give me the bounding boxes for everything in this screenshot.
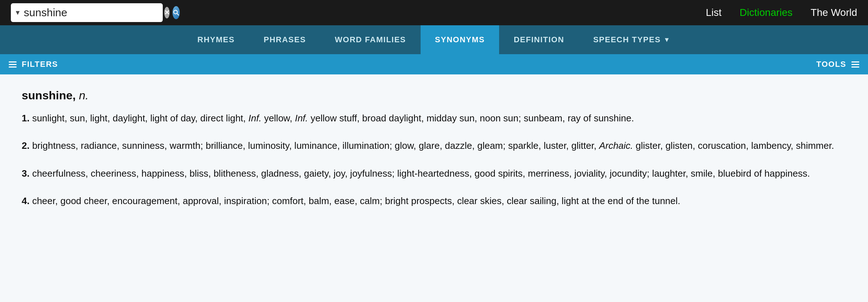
synonym-entry-2: 2. brightness, radiance, sunniness, warm… — [22, 138, 846, 153]
filters-hamburger-icon[interactable] — [9, 61, 17, 68]
svg-line-1 — [177, 13, 179, 15]
header-left: ▼ ✕ — [11, 3, 163, 22]
clear-button[interactable]: ✕ — [164, 7, 170, 18]
header: ▼ ✕ List Dictionaries The World — [0, 0, 868, 25]
search-box: ▼ ✕ — [11, 3, 163, 22]
tools-button[interactable]: TOOLS — [816, 60, 859, 69]
speech-types-arrow-icon: ▼ — [664, 36, 671, 44]
nav-list[interactable]: List — [706, 7, 722, 18]
navbar: RHYMES PHRASES WORD FAMILIES SYNONYMS DE… — [0, 25, 868, 54]
word-pos: n. — [79, 89, 89, 102]
search-button[interactable] — [173, 6, 180, 19]
svg-point-0 — [174, 10, 177, 14]
tab-word-families[interactable]: WORD FAMILIES — [320, 25, 421, 54]
content-area: sunshine, n. 1. sunlight, sun, light, da… — [0, 74, 868, 302]
entry-num-2: 2. — [22, 140, 30, 151]
filters-left[interactable]: FILTERS — [9, 60, 58, 69]
synonym-entry-3: 3. cheerfulness, cheeriness, happiness, … — [22, 166, 846, 181]
entry-num-1: 1. — [22, 113, 30, 124]
tab-rhymes[interactable]: RHYMES — [183, 25, 249, 54]
synonym-entry-4: 4. cheer, good cheer, encouragement, app… — [22, 194, 846, 208]
tools-label: TOOLS — [816, 60, 846, 69]
tab-speech-types[interactable]: SPEECH TYPES ▼ — [579, 25, 685, 54]
tab-synonyms[interactable]: SYNONYMS — [421, 25, 499, 54]
header-right: List Dictionaries The World — [706, 7, 858, 18]
tab-phrases[interactable]: PHRASES — [249, 25, 320, 54]
speech-types-label: SPEECH TYPES — [593, 35, 661, 44]
tab-definition[interactable]: DEFINITION — [499, 25, 579, 54]
filters-bar: FILTERS TOOLS — [0, 54, 868, 74]
entry-num-4: 4. — [22, 195, 30, 206]
tools-hamburger-icon — [851, 61, 859, 68]
nav-dictionaries[interactable]: Dictionaries — [740, 7, 792, 18]
synonym-entry-1: 1. sunlight, sun, light, daylight, light… — [22, 111, 846, 125]
dropdown-arrow-icon[interactable]: ▼ — [14, 9, 21, 17]
search-input[interactable] — [24, 7, 161, 19]
word-title: sunshine, n. — [22, 89, 846, 102]
word-text: sunshine — [22, 89, 72, 102]
entry-num-3: 3. — [22, 168, 30, 179]
nav-the-world[interactable]: The World — [810, 7, 857, 18]
filters-label: FILTERS — [22, 60, 58, 69]
